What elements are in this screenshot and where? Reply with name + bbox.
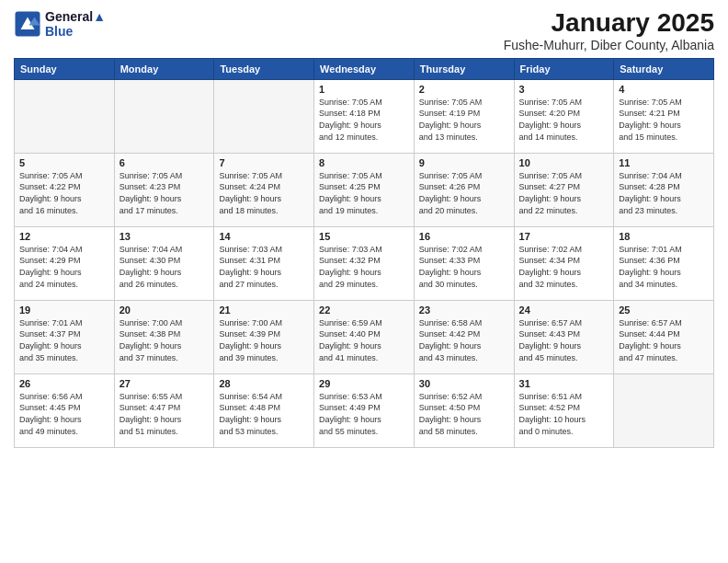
calendar-cell: 15Sunrise: 7:03 AM Sunset: 4:32 PM Dayli… [314,226,415,300]
day-number: 2 [419,84,509,95]
day-info: Sunrise: 7:00 AM Sunset: 4:39 PM Dayligh… [219,317,309,363]
logo-icon [14,10,41,38]
calendar-cell: 10Sunrise: 7:05 AM Sunset: 4:27 PM Dayli… [514,153,614,226]
calendar-cell: 12Sunrise: 7:04 AM Sunset: 4:29 PM Dayli… [15,226,115,300]
calendar-cell: 6Sunrise: 7:05 AM Sunset: 4:23 PM Daylig… [114,153,214,226]
day-number: 24 [519,304,609,316]
month-title: January 2025 [504,9,714,38]
calendar-cell [114,79,214,153]
day-info: Sunrise: 7:05 AM Sunset: 4:21 PM Dayligh… [619,97,709,143]
day-number: 13 [119,231,210,242]
calendar-cell: 28Sunrise: 6:54 AM Sunset: 4:48 PM Dayli… [214,373,314,447]
day-info: Sunrise: 6:52 AM Sunset: 4:50 PM Dayligh… [419,391,509,437]
day-number: 29 [319,378,409,389]
calendar-header-friday: Friday [514,58,614,79]
calendar-header-tuesday: Tuesday [214,58,314,79]
calendar-header-monday: Monday [114,58,214,79]
day-info: Sunrise: 6:59 AM Sunset: 4:40 PM Dayligh… [319,317,409,363]
calendar-cell: 8Sunrise: 7:05 AM Sunset: 4:25 PM Daylig… [314,153,415,226]
calendar-header-thursday: Thursday [414,58,514,79]
calendar-cell: 25Sunrise: 6:57 AM Sunset: 4:44 PM Dayli… [614,300,714,373]
day-info: Sunrise: 7:05 AM Sunset: 4:25 PM Dayligh… [319,170,409,216]
day-info: Sunrise: 7:02 AM Sunset: 4:33 PM Dayligh… [419,244,509,290]
day-number: 28 [219,378,309,389]
calendar-cell [614,373,714,447]
calendar-cell: 27Sunrise: 6:55 AM Sunset: 4:47 PM Dayli… [114,373,214,447]
calendar-cell: 11Sunrise: 7:04 AM Sunset: 4:28 PM Dayli… [614,153,714,226]
day-number: 10 [519,157,609,168]
page-container: General▲ Blue January 2025 Fushe-Muhurr,… [0,0,728,453]
calendar-cell: 4Sunrise: 7:05 AM Sunset: 4:21 PM Daylig… [614,79,714,153]
day-info: Sunrise: 7:05 AM Sunset: 4:24 PM Dayligh… [219,170,309,216]
calendar-cell: 2Sunrise: 7:05 AM Sunset: 4:19 PM Daylig… [414,79,514,153]
day-number: 19 [19,304,109,316]
day-info: Sunrise: 6:54 AM Sunset: 4:48 PM Dayligh… [219,391,309,437]
day-info: Sunrise: 7:01 AM Sunset: 4:36 PM Dayligh… [619,244,709,290]
day-number: 14 [219,231,309,242]
day-info: Sunrise: 6:57 AM Sunset: 4:44 PM Dayligh… [619,317,709,363]
day-number: 23 [419,304,509,316]
calendar-cell [214,79,314,153]
day-number: 3 [519,84,609,95]
calendar-cell: 22Sunrise: 6:59 AM Sunset: 4:40 PM Dayli… [314,300,415,373]
day-number: 6 [119,157,210,168]
calendar-week-row: 5Sunrise: 7:05 AM Sunset: 4:22 PM Daylig… [15,153,714,226]
calendar-cell: 20Sunrise: 7:00 AM Sunset: 4:38 PM Dayli… [114,300,214,373]
day-info: Sunrise: 7:05 AM Sunset: 4:26 PM Dayligh… [419,170,509,216]
day-info: Sunrise: 6:58 AM Sunset: 4:42 PM Dayligh… [419,317,509,363]
calendar-cell: 17Sunrise: 7:02 AM Sunset: 4:34 PM Dayli… [514,226,614,300]
title-section: January 2025 Fushe-Muhurr, Diber County,… [504,9,714,52]
calendar-cell: 26Sunrise: 6:56 AM Sunset: 4:45 PM Dayli… [15,373,115,447]
day-number: 12 [19,231,109,242]
day-number: 30 [419,378,509,389]
calendar-cell: 21Sunrise: 7:00 AM Sunset: 4:39 PM Dayli… [214,300,314,373]
day-number: 8 [319,157,409,168]
day-number: 15 [319,231,409,242]
logo-text: General▲ Blue [45,9,106,39]
day-info: Sunrise: 7:03 AM Sunset: 4:31 PM Dayligh… [219,244,309,290]
calendar-header-wednesday: Wednesday [314,58,415,79]
day-number: 20 [119,304,210,316]
calendar-week-row: 12Sunrise: 7:04 AM Sunset: 4:29 PM Dayli… [15,226,714,300]
calendar-cell [15,79,115,153]
calendar-cell: 18Sunrise: 7:01 AM Sunset: 4:36 PM Dayli… [614,226,714,300]
calendar-cell: 13Sunrise: 7:04 AM Sunset: 4:30 PM Dayli… [114,226,214,300]
day-number: 11 [619,157,709,168]
calendar-cell: 24Sunrise: 6:57 AM Sunset: 4:43 PM Dayli… [514,300,614,373]
day-info: Sunrise: 7:05 AM Sunset: 4:22 PM Dayligh… [19,170,109,216]
calendar-cell: 1Sunrise: 7:05 AM Sunset: 4:18 PM Daylig… [314,79,415,153]
calendar-cell: 9Sunrise: 7:05 AM Sunset: 4:26 PM Daylig… [414,153,514,226]
calendar-header-row: SundayMondayTuesdayWednesdayThursdayFrid… [15,58,714,79]
day-info: Sunrise: 7:03 AM Sunset: 4:32 PM Dayligh… [319,244,409,290]
calendar-cell: 29Sunrise: 6:53 AM Sunset: 4:49 PM Dayli… [314,373,415,447]
day-number: 4 [619,84,709,95]
day-info: Sunrise: 7:05 AM Sunset: 4:19 PM Dayligh… [419,97,509,143]
day-info: Sunrise: 7:05 AM Sunset: 4:20 PM Dayligh… [519,97,609,143]
calendar-cell: 31Sunrise: 6:51 AM Sunset: 4:52 PM Dayli… [514,373,614,447]
day-info: Sunrise: 7:02 AM Sunset: 4:34 PM Dayligh… [519,244,609,290]
day-number: 21 [219,304,309,316]
calendar-cell: 3Sunrise: 7:05 AM Sunset: 4:20 PM Daylig… [514,79,614,153]
calendar-header-sunday: Sunday [15,58,115,79]
day-info: Sunrise: 6:57 AM Sunset: 4:43 PM Dayligh… [519,317,609,363]
calendar-cell: 7Sunrise: 7:05 AM Sunset: 4:24 PM Daylig… [214,153,314,226]
logo: General▲ Blue [14,9,106,39]
calendar-table: SundayMondayTuesdayWednesdayThursdayFrid… [14,58,714,448]
day-number: 9 [419,157,509,168]
day-number: 22 [319,304,409,316]
day-number: 5 [19,157,109,168]
day-number: 17 [519,231,609,242]
day-info: Sunrise: 7:04 AM Sunset: 4:28 PM Dayligh… [619,170,709,216]
day-info: Sunrise: 7:04 AM Sunset: 4:29 PM Dayligh… [19,244,109,290]
calendar-week-row: 19Sunrise: 7:01 AM Sunset: 4:37 PM Dayli… [15,300,714,373]
day-info: Sunrise: 7:04 AM Sunset: 4:30 PM Dayligh… [119,244,210,290]
day-info: Sunrise: 7:00 AM Sunset: 4:38 PM Dayligh… [119,317,210,363]
calendar-header-saturday: Saturday [614,58,714,79]
day-info: Sunrise: 7:05 AM Sunset: 4:23 PM Dayligh… [119,170,210,216]
day-info: Sunrise: 6:56 AM Sunset: 4:45 PM Dayligh… [19,391,109,437]
day-info: Sunrise: 7:01 AM Sunset: 4:37 PM Dayligh… [19,317,109,363]
calendar-cell: 19Sunrise: 7:01 AM Sunset: 4:37 PM Dayli… [15,300,115,373]
header: General▲ Blue January 2025 Fushe-Muhurr,… [14,9,714,52]
day-info: Sunrise: 6:53 AM Sunset: 4:49 PM Dayligh… [319,391,409,437]
day-number: 16 [419,231,509,242]
